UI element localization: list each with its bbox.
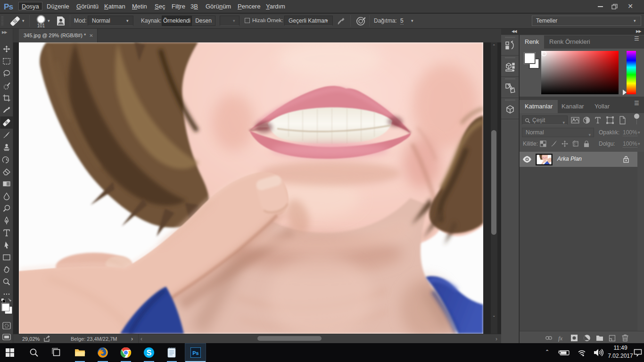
svg-text:S: S — [147, 349, 152, 357]
svg-text:fx: fx — [558, 335, 563, 342]
svg-text:Ps: Ps — [192, 350, 198, 356]
